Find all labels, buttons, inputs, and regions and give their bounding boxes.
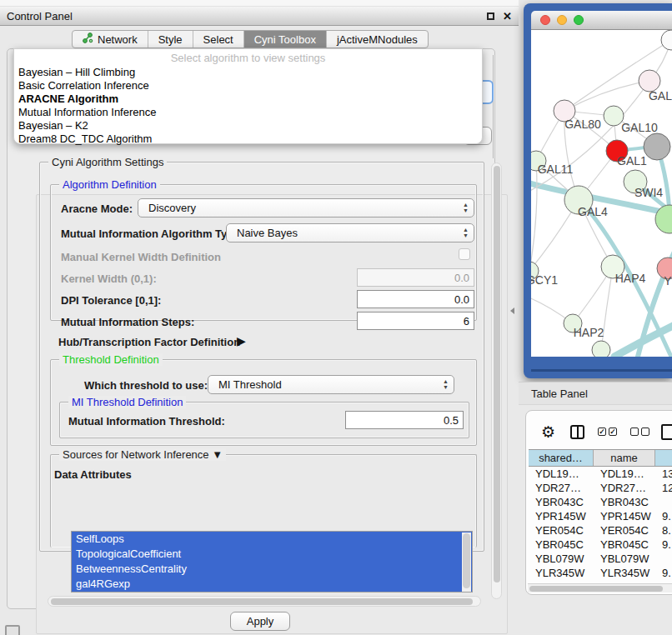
- settings-hscroll-thumb[interactable]: [51, 598, 473, 605]
- close-icon[interactable]: ✕: [503, 10, 512, 22]
- mini-button[interactable]: [5, 625, 20, 635]
- manual-kernel-checkbox[interactable]: [459, 248, 470, 260]
- table-cell: YLR345W: [594, 566, 655, 580]
- table-panel-title: Table Panel: [531, 388, 588, 400]
- attr-list-scroll-thumb[interactable]: [463, 533, 470, 588]
- attr-list-scrollbar[interactable]: [462, 532, 471, 592]
- column-header-name[interactable]: name: [594, 450, 655, 466]
- table-cell: [655, 552, 672, 566]
- mi-threshold-field[interactable]: [345, 411, 464, 429]
- network-node[interactable]: [592, 341, 610, 357]
- mi-threshold-group: MI Threshold Definition Mutual Informati…: [59, 402, 469, 438]
- algorithm-dropdown: Select algorithm to view settings Bayesi…: [13, 48, 483, 144]
- settings-hscrollbar[interactable]: [48, 596, 481, 607]
- mi-steps-field[interactable]: [357, 312, 474, 330]
- mi-type-label: Mutual Information Algorithm Type:: [61, 228, 243, 240]
- table-header-row: shared…nameA: [529, 449, 672, 467]
- table-row[interactable]: YDL19…YDL19…13: [529, 467, 672, 481]
- attribute-item-selfloops[interactable]: SelfLoops: [72, 532, 472, 547]
- attribute-item-gal4rgexp[interactable]: gal4RGexp: [72, 577, 472, 592]
- table-hscroll-thumb[interactable]: [529, 586, 663, 592]
- node-table[interactable]: shared…nameA YDL19…YDL19…13YDR27…YDR27…1…: [529, 449, 672, 594]
- mi-threshold-label: Mutual Information Threshold:: [68, 415, 225, 428]
- table-row[interactable]: YBL079WYBL079W: [529, 552, 672, 566]
- algorithm-definition-title: Algorithm Definition: [59, 178, 160, 191]
- table-rows: YDL19…YDL19…13YDR27…YDR27…12YBR043CYBR04…: [529, 467, 672, 594]
- minimize-traffic-icon[interactable]: [557, 15, 567, 25]
- network-node-label: GAL10: [621, 121, 658, 134]
- table-row[interactable]: YDR27…YDR27…12: [529, 481, 672, 495]
- settings-vscroll-thumb[interactable]: [494, 166, 500, 582]
- algorithm-option-bayesian-hill-climbing[interactable]: Bayesian – Hill Climbing: [14, 66, 482, 79]
- network-window: GALGAL80GAL10GAL1GAL11SWI4GAL4GCY1HAP4YH…: [524, 3, 672, 378]
- tab-cyni-toolbox[interactable]: Cyni Toolbox: [244, 31, 327, 48]
- gear-icon[interactable]: ⚙: [541, 422, 555, 442]
- tab-select[interactable]: Select: [193, 31, 244, 48]
- table-row[interactable]: YPR145WYPR145W9.: [529, 509, 672, 523]
- apply-button[interactable]: Apply: [230, 612, 290, 631]
- table-cell: YBL079W: [594, 552, 655, 566]
- mi-type-value: Naive Bayes: [237, 227, 298, 239]
- network-canvas[interactable]: GALGAL80GAL10GAL1GAL11SWI4GAL4GCY1HAP4YH…: [531, 30, 672, 357]
- columns-icon[interactable]: [570, 425, 584, 439]
- settings-vscrollbar[interactable]: [491, 162, 502, 599]
- mi-threshold-title: MI Threshold Definition: [68, 396, 186, 408]
- zoom-traffic-icon[interactable]: [574, 15, 584, 25]
- network-node[interactable]: [661, 30, 672, 50]
- mi-type-combo[interactable]: Naive Bayes ▲▼: [226, 223, 474, 242]
- dpi-tolerance-field[interactable]: [357, 290, 474, 308]
- network-window-titlebar: [531, 11, 672, 30]
- tab-label: Cyni Toolbox: [254, 33, 316, 46]
- tab-style[interactable]: Style: [148, 31, 193, 48]
- tab-jactivemnodules[interactable]: jActiveMNodules: [327, 31, 428, 48]
- which-threshold-label: Which threshold to use:: [84, 379, 208, 392]
- algorithm-dropdown-placeholder: Select algorithm to view settings: [14, 52, 482, 66]
- table-row[interactable]: YBR045CYBR045C9.: [529, 538, 672, 552]
- table-cell: YDL19…: [529, 467, 594, 481]
- control-panel-titlebar: Control Panel ✕: [0, 7, 519, 26]
- network-node-label: GAL11: [538, 162, 574, 176]
- document-icon[interactable]: [661, 424, 672, 440]
- network-node-label: GAL1: [617, 154, 647, 168]
- attribute-item-topologicalcoefficient[interactable]: TopologicalCoefficient: [72, 547, 472, 562]
- table-hscrollbar[interactable]: [528, 583, 672, 592]
- table-row[interactable]: YBR043CYBR043C: [529, 495, 672, 509]
- close-traffic-icon[interactable]: [540, 15, 550, 25]
- tab-label: Style: [158, 33, 183, 46]
- table-cell: 9.: [655, 538, 672, 552]
- table-cell: YPR145W: [594, 509, 655, 523]
- collapse-down-icon[interactable]: ▼: [212, 448, 223, 461]
- algorithm-option-mutual-information-inference[interactable]: Mutual Information Inference: [14, 106, 482, 119]
- network-node[interactable]: [644, 133, 670, 160]
- hub-definition-label[interactable]: Hub/Transcription Factor Definition: [58, 336, 240, 348]
- network-node-label: GAL4: [578, 205, 608, 218]
- which-threshold-value: MI Threshold: [218, 378, 282, 391]
- kernel-width-field[interactable]: [357, 268, 474, 287]
- algorithm-option-aracne-algorithm[interactable]: ARACNE Algorithm: [14, 92, 482, 106]
- table-toolbar: ⚙ ✓✓: [526, 418, 672, 446]
- mi-steps-label: Mutual Information Steps:: [61, 316, 194, 328]
- attr-items: SelfLoopsTopologicalCoefficientBetweenne…: [72, 532, 472, 592]
- tab-network[interactable]: Network: [73, 31, 148, 48]
- algorithm-definition-group: Algorithm Definition Aracne Mode: Discov…: [50, 184, 477, 321]
- splitter-collapse-arrow[interactable]: [510, 308, 514, 314]
- aracne-mode-combo[interactable]: Discovery ▲▼: [138, 198, 474, 218]
- attribute-item-betweennesscentrality[interactable]: BetweennessCentrality: [72, 562, 472, 577]
- algorithm-option-bayesian-k2[interactable]: Bayesian – K2: [14, 119, 482, 132]
- column-header-a[interactable]: A: [655, 450, 672, 466]
- algorithm-option-dream8-dc-tdc-algorithm[interactable]: Dream8 DC_TDC Algorithm: [14, 132, 482, 146]
- table-row[interactable]: YER054CYER054C8.: [529, 523, 672, 538]
- tab-label: jActiveMNodules: [337, 33, 418, 46]
- which-threshold-combo[interactable]: MI Threshold ▲▼: [208, 375, 454, 394]
- select-all-icon[interactable]: ✓✓: [598, 428, 617, 436]
- data-attributes-label: Data Attributes: [54, 468, 132, 481]
- float-icon[interactable]: [487, 12, 494, 20]
- control-panel-title: Control Panel: [7, 10, 73, 22]
- data-attributes-list[interactable]: SelfLoopsTopologicalCoefficientBetweenne…: [71, 531, 473, 592]
- expand-right-icon[interactable]: ▶: [237, 334, 246, 348]
- column-header-shared[interactable]: shared…: [529, 450, 594, 466]
- table-row[interactable]: YLR345WYLR345W9.: [529, 566, 672, 580]
- deselect-all-icon[interactable]: [630, 428, 649, 436]
- algorithm-option-basic-correlation-inference[interactable]: Basic Correlation Inference: [14, 79, 482, 92]
- table-cell: YBL079W: [529, 552, 594, 566]
